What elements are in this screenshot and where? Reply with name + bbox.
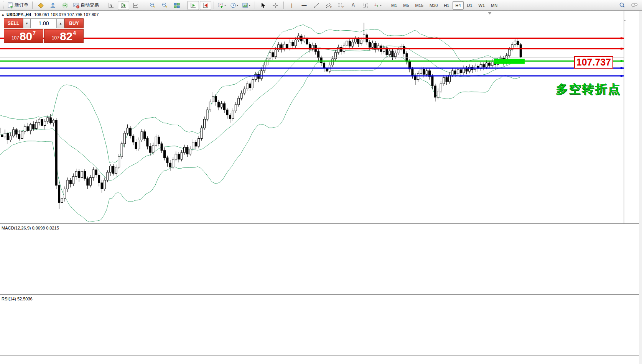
trendline-icon [313, 2, 319, 8]
autotrading-label: 自动交易 [81, 2, 99, 8]
bar-chart-button[interactable] [105, 1, 117, 10]
price-chart-pane[interactable] [0, 11, 642, 223]
sell-price-button[interactable]: 107 80 7 [4, 29, 43, 43]
macd-indicator-label: MACD(12,26,9) 0.0698 0.0215 [2, 226, 59, 230]
window-edge [639, 11, 642, 364]
signals-button[interactable] [59, 1, 71, 10]
one-click-collapse-icon[interactable]: ▲ [1, 13, 5, 16]
green-highlight-box[interactable] [494, 59, 525, 64]
signals-broadcast-icon [62, 2, 68, 8]
channel-tool-button[interactable]: E [323, 1, 334, 10]
indicators-button[interactable] [216, 1, 228, 10]
chart-shift-marker[interactable] [488, 12, 492, 15]
one-click-trade-panel: SELL ▼ 1.00 ▲ BUY 107 80 7 107 82 4 [4, 18, 84, 43]
toolbar-separator [32, 2, 33, 9]
autotrading-button[interactable]: 自动交易 [72, 1, 100, 10]
metaeditor-button[interactable] [35, 1, 46, 10]
sell-price-prefix: 107 [12, 35, 19, 41]
chat-button[interactable] [629, 1, 640, 10]
cursor-arrow-icon [260, 2, 266, 8]
timeframe-M5[interactable]: M5 [400, 1, 412, 10]
metaeditor-icon [38, 2, 44, 8]
rsi-indicator-label: RSI(14) 52.5036 [2, 297, 33, 301]
timeframe-M1[interactable]: M1 [388, 1, 400, 10]
sell-button[interactable]: SELL [4, 18, 23, 28]
buy-price-prefix: 107 [52, 35, 59, 41]
timeframe-H1[interactable]: H1 [441, 1, 452, 10]
zoom-out-icon [161, 2, 168, 8]
sell-price-pip: 7 [33, 30, 36, 36]
chart-region: ▲ USDJPY-,H4 108.051 108.079 107.795 107… [0, 11, 642, 364]
trendline-tool-button[interactable] [311, 1, 322, 10]
toolbar-separator [255, 2, 255, 9]
buy-button[interactable]: BUY [64, 18, 84, 28]
toolbar-separator [144, 2, 144, 9]
timeframe-M30[interactable]: M30 [427, 1, 440, 10]
chart-shift-button[interactable] [200, 1, 211, 10]
volume-step-up[interactable]: ▲ [57, 18, 64, 28]
text-label-tool-button[interactable]: T [360, 1, 371, 10]
candles-layer [0, 23, 522, 210]
search-button[interactable] [616, 1, 628, 10]
toolbar-separator [283, 2, 284, 9]
candlestick-chart-icon [120, 2, 127, 8]
tile-windows-button[interactable] [171, 1, 183, 10]
new-order-label: 新订单 [15, 2, 28, 8]
fibonacci-tool-button[interactable]: F [335, 1, 347, 10]
chart-header: ▲ USDJPY-,H4 108.051 108.079 107.795 107… [1, 12, 99, 17]
timeframe-M15[interactable]: M15 [413, 1, 426, 10]
chart-ohlc-values: 108.051 108.079 107.795 107.807 [34, 12, 99, 17]
buy-price-pip: 4 [73, 30, 76, 36]
chat-bubbles-icon [631, 2, 638, 8]
timeframe-D1[interactable]: D1 [464, 1, 475, 10]
periods-button[interactable] [229, 1, 240, 10]
timeframe-W1[interactable]: W1 [476, 1, 488, 10]
crosshair-icon [272, 2, 278, 8]
toolbar-separator [386, 2, 386, 9]
time-axis[interactable] [0, 356, 642, 364]
text-tool-button[interactable]: A [347, 1, 359, 10]
arrow-shapes-icon [374, 2, 382, 8]
timeframe-H4[interactable]: H4 [453, 1, 463, 10]
cursor-button[interactable] [257, 1, 269, 10]
bollinger-middle [0, 46, 520, 181]
rsi-pane[interactable] [0, 295, 642, 356]
crosshair-button[interactable] [270, 1, 281, 10]
buy-price-button[interactable]: 107 82 4 [44, 29, 84, 43]
main-toolbar: 新订单 自动交易 [0, 0, 642, 11]
template-landscape-icon [242, 2, 251, 8]
chart-title: USDJPY-,H4 [7, 12, 31, 17]
community-button[interactable] [47, 1, 59, 10]
candlestick-chart-button[interactable] [118, 1, 129, 10]
zoom-in-button[interactable] [147, 1, 158, 10]
price-callout-label[interactable]: 107.737 [574, 56, 613, 69]
indicators-icon [218, 2, 226, 8]
hline-tool-button[interactable]: — [298, 1, 310, 10]
volume-input[interactable]: 1.00 [31, 18, 57, 28]
volume-step-down[interactable]: ▼ [23, 18, 31, 28]
line-chart-icon [133, 2, 139, 8]
toolbar-separator [214, 2, 214, 9]
arrows-tool-button[interactable] [372, 1, 384, 10]
search-icon [619, 2, 625, 8]
templates-button[interactable] [241, 1, 252, 10]
sell-price-main: 80 [20, 31, 32, 42]
horizontal-line-icon: — [302, 3, 307, 8]
autotrading-icon [73, 2, 79, 8]
order-ticket-plus-icon [7, 2, 13, 8]
zoom-out-button[interactable] [159, 1, 170, 10]
equidistant-channel-icon: E [325, 2, 332, 8]
line-chart-button[interactable] [130, 1, 142, 10]
clock-icon [230, 2, 239, 8]
buy-price-main: 82 [60, 31, 72, 42]
timeframe-group: M1M5M15M30H1H4D1W1MN [388, 1, 500, 10]
turning-point-annotation[interactable]: 多空转折点 [556, 81, 621, 97]
auto-scroll-button[interactable] [188, 1, 199, 10]
timeframe-MN[interactable]: MN [488, 1, 500, 10]
vline-tool-button[interactable]: | [286, 1, 298, 10]
bollinger-upper [0, 25, 520, 162]
new-order-button[interactable]: 新订单 [6, 1, 30, 10]
letter-a-icon: A [352, 3, 355, 8]
svg-text:F: F [342, 6, 344, 8]
macd-pane[interactable] [0, 225, 642, 294]
